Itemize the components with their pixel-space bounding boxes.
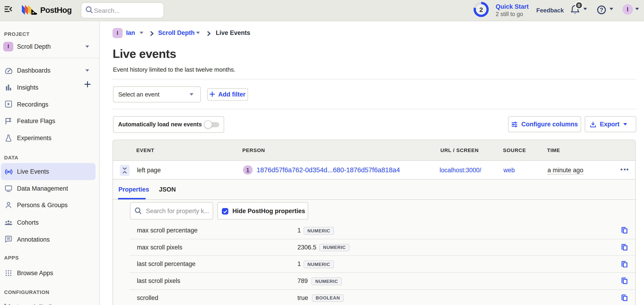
svg-text:?: ?	[600, 6, 603, 13]
